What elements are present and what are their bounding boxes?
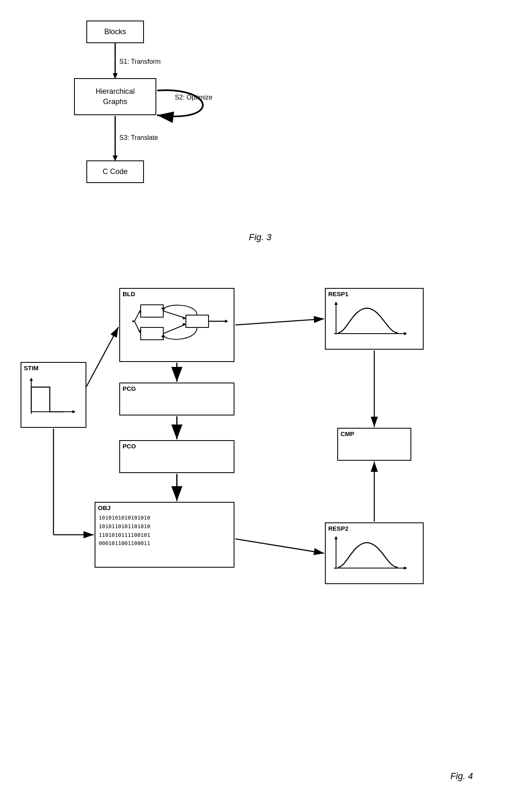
obj-label: OBJ xyxy=(95,503,234,512)
stim-label: STIM xyxy=(21,363,86,372)
bld-label: BLD xyxy=(120,289,234,298)
node-cmp: CMP xyxy=(337,428,411,461)
resp2-waveform xyxy=(330,535,419,580)
node-pco: PCO xyxy=(119,440,234,473)
svg-marker-26 xyxy=(132,320,135,323)
svg-line-17 xyxy=(163,325,185,334)
resp1-waveform-svg xyxy=(330,301,412,342)
node-bld: BLD xyxy=(119,288,234,362)
svg-marker-18 xyxy=(182,323,186,326)
resp1-label: RESP1 xyxy=(326,289,423,298)
node-stim: STIM xyxy=(21,362,86,428)
resp1-waveform xyxy=(330,301,419,346)
obj-data: 1010101010101010 1010110101101010 110101… xyxy=(95,512,234,550)
cmp-label: CMP xyxy=(338,429,410,438)
stim-waveform-svg xyxy=(27,375,81,420)
bld-inner-svg xyxy=(132,301,235,350)
svg-text:S3: Translate: S3: Translate xyxy=(119,134,158,141)
figure-4: STIM BLD xyxy=(12,280,498,782)
svg-marker-32 xyxy=(404,332,407,335)
node-resp1: RESP1 xyxy=(325,288,424,350)
figure-3: Blocks HierarchicalGraphs C Code S1: Tra… xyxy=(33,12,280,243)
svg-text:S1: Transform: S1: Transform xyxy=(119,58,160,65)
pcg-label: PCG xyxy=(120,383,234,393)
resp2-waveform-svg xyxy=(330,535,412,576)
svg-line-46 xyxy=(235,319,324,325)
svg-rect-13 xyxy=(141,327,163,340)
node-pcg: PCG xyxy=(119,383,234,415)
svg-marker-11 xyxy=(30,378,33,381)
svg-line-40 xyxy=(86,327,118,387)
fig3-arrows: S1: Transform S3: Translate S2: Optimize xyxy=(33,12,280,243)
svg-marker-34 xyxy=(334,536,338,539)
stim-waveform xyxy=(27,375,82,424)
svg-marker-4 xyxy=(113,155,118,161)
bld-inner-diagram xyxy=(132,301,230,358)
svg-marker-20 xyxy=(225,320,228,323)
svg-text:S2: Optimize: S2: Optimize xyxy=(175,94,213,101)
node-resp2: RESP2 xyxy=(325,522,424,584)
svg-marker-36 xyxy=(404,566,407,570)
pco-label: PCO xyxy=(120,441,234,450)
svg-marker-9 xyxy=(72,410,76,413)
node-obj: OBJ 1010101010101010 1010110101101010 11… xyxy=(95,502,234,568)
svg-marker-30 xyxy=(334,302,338,305)
svg-rect-14 xyxy=(186,315,209,327)
resp2-label: RESP2 xyxy=(326,523,423,533)
svg-line-15 xyxy=(163,311,185,318)
svg-marker-16 xyxy=(182,316,186,320)
svg-line-48 xyxy=(235,539,324,553)
svg-marker-1 xyxy=(113,73,118,79)
fig4-arrows xyxy=(12,280,498,782)
fig3-label: Fig. 3 xyxy=(249,232,271,243)
fig4-label: Fig. 4 xyxy=(450,771,473,782)
svg-rect-12 xyxy=(141,305,163,317)
